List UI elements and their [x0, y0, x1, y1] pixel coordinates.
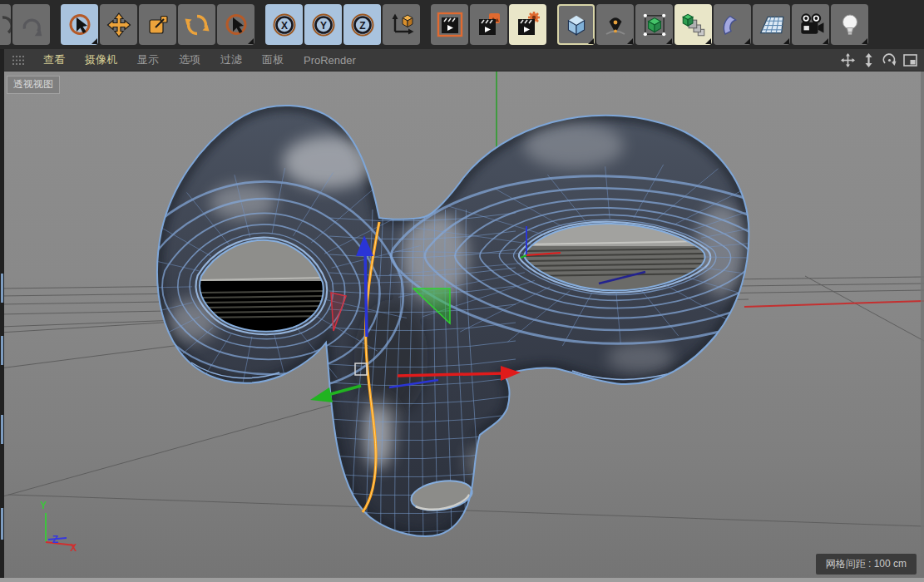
x-axis-icon: X — [271, 12, 298, 38]
last-used-tool-button[interactable] — [217, 4, 254, 45]
undo-icon — [1, 13, 11, 37]
viewport-right-edge — [921, 72, 924, 578]
bend-icon — [719, 12, 746, 38]
light-bulb-icon — [837, 12, 863, 38]
floor-button[interactable] — [753, 4, 790, 45]
render-settings-icon — [514, 11, 542, 39]
panel-grip-icon[interactable] — [12, 55, 25, 66]
menu-options[interactable]: 选项 — [169, 52, 210, 67]
floor-grid-icon — [758, 11, 786, 39]
z-axis-icon: Z — [349, 12, 376, 38]
pan-view-icon[interactable] — [840, 52, 855, 67]
menu-view[interactable]: 查看 — [33, 52, 75, 67]
viewport-nav-icons — [840, 52, 917, 67]
render-view-icon — [436, 11, 464, 39]
main-toolbar: X Y Z — [0, 0, 924, 49]
menu-display[interactable]: 显示 — [127, 52, 169, 67]
camera-icon — [797, 11, 825, 39]
rotate-icon — [184, 12, 210, 38]
last-tool-arrow-icon — [223, 12, 250, 38]
axis-indicator: Y Z X — [40, 500, 77, 554]
viewport-menubar: 查看 摄像机 显示 选项 过滤 面板 ProRender — [0, 49, 924, 72]
lock-y-axis-button[interactable]: Y — [304, 4, 342, 45]
viewport-canvas[interactable]: Y Z X — [0, 72, 924, 582]
subdivision-surface-icon — [640, 11, 669, 39]
scale-tool-button[interactable] — [139, 4, 176, 45]
move-tool-button[interactable] — [100, 4, 137, 45]
world-x-axis — [744, 301, 924, 307]
undo-button[interactable] — [0, 4, 11, 45]
scale-icon — [145, 12, 171, 38]
selection-arrow-icon — [67, 12, 93, 38]
viewport-view-label: 透视视图 — [7, 76, 60, 94]
coordinate-system-icon — [388, 12, 415, 38]
axis-y-label: Y — [40, 500, 47, 511]
rotate-tool-button[interactable] — [178, 4, 215, 45]
subdivision-surface-button[interactable] — [635, 4, 673, 45]
svg-text:X: X — [280, 19, 287, 31]
camera-button[interactable] — [792, 4, 829, 45]
mask-model[interactable] — [102, 106, 842, 540]
cube-icon — [562, 11, 590, 39]
add-cube-button[interactable] — [557, 4, 595, 45]
left-panel-edge — [0, 49, 4, 582]
array-generator-button[interactable] — [674, 4, 712, 45]
render-picture-viewer-icon — [475, 11, 503, 39]
redo-icon — [19, 12, 44, 37]
menu-filter[interactable]: 过滤 — [210, 52, 252, 67]
render-picture-viewer-button[interactable] — [470, 4, 507, 45]
axis-z-label: Z — [52, 534, 58, 545]
cinema4d-window: { "toolbar": { "axis_lock": {"x": "X", "… — [0, 0, 924, 582]
gizmo-z-arrowhead[interactable] — [310, 387, 333, 402]
render-view-button[interactable] — [431, 4, 468, 45]
menu-prorender[interactable]: ProRender — [294, 54, 366, 67]
svg-text:Z: Z — [359, 19, 365, 31]
coordinate-system-button[interactable] — [383, 4, 420, 45]
perspective-viewport[interactable]: 透视视图 网格间距 : 100 cm — [0, 72, 924, 582]
axis-x-label: X — [70, 542, 77, 554]
grid-spacing-readout: 网格间距 : 100 cm — [816, 554, 917, 575]
y-axis-icon: Y — [310, 12, 337, 38]
lock-x-axis-button[interactable]: X — [265, 4, 303, 45]
spline-pen-button[interactable] — [596, 4, 634, 45]
bend-deformer-button[interactable] — [714, 4, 751, 45]
window-bottom-edge — [0, 578, 924, 582]
lock-z-axis-button[interactable]: Z — [343, 4, 381, 45]
menu-panel[interactable]: 面板 — [252, 52, 294, 67]
array-icon — [679, 11, 708, 39]
render-settings-button[interactable] — [509, 4, 546, 45]
live-selection-button[interactable] — [61, 4, 98, 45]
move-icon — [106, 12, 132, 38]
rotate-view-icon[interactable] — [882, 52, 897, 67]
zoom-view-icon[interactable] — [861, 52, 876, 67]
redo-button[interactable] — [12, 4, 50, 45]
light-button[interactable] — [831, 4, 868, 45]
svg-text:Y: Y — [319, 19, 326, 31]
gizmo-y-arrow[interactable] — [365, 253, 367, 337]
pen-icon — [602, 12, 629, 38]
toggle-view-icon[interactable] — [902, 52, 917, 67]
menu-camera[interactable]: 摄像机 — [75, 52, 127, 67]
